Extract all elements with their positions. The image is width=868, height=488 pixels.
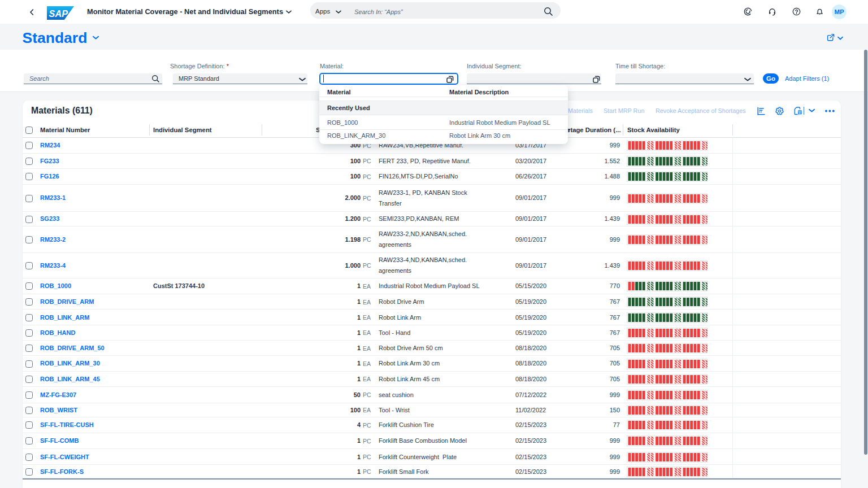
- svg-text:SAP: SAP: [49, 8, 68, 19]
